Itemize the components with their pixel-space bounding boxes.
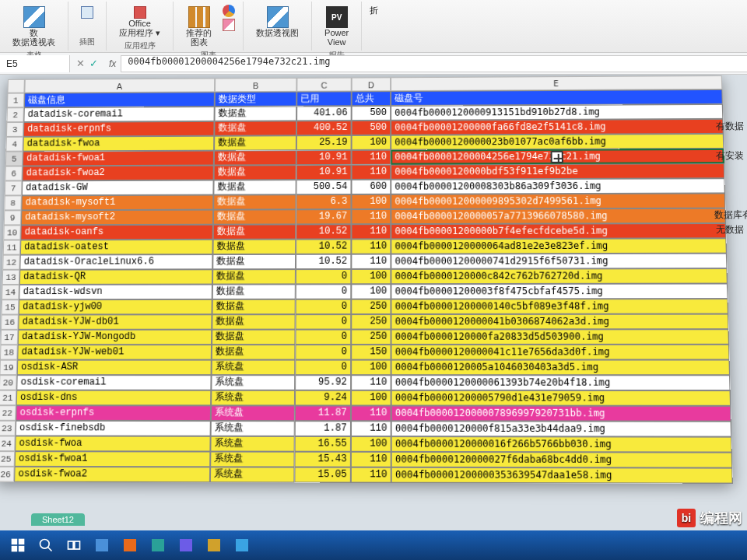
row-header[interactable]: 22 xyxy=(0,405,16,421)
worksheet-grid[interactable]: A B C D E 1 磁盘信息 数据类型 已用 总共 磁盘号 2datadis… xyxy=(0,75,733,484)
cell-e15[interactable]: 0004fb00001200000140c5bf089e3f48f.img xyxy=(391,299,728,314)
cell-e20[interactable]: 0004fb0000120000061393b74e20b4f18.img xyxy=(391,375,731,390)
cell-e26[interactable]: 0004fb00001200000353639547daa1e58.img xyxy=(391,467,733,484)
cell-e24[interactable]: 0004fb0000120000016f266b5766bb030.img xyxy=(391,436,732,453)
cell-b6[interactable]: 数据盘 xyxy=(214,165,296,180)
cell-c21[interactable]: 9.24 xyxy=(295,390,351,406)
cell-b18[interactable]: 数据盘 xyxy=(212,345,296,360)
taskbar-app-4[interactable] xyxy=(174,534,198,557)
cell-b21[interactable]: 系统盘 xyxy=(211,390,295,406)
cell-e7[interactable]: 0004fb00001200008303b86a309f3036.img xyxy=(391,178,725,194)
cell-e19[interactable]: 0004fb0000120005a1046030403a3d5.img xyxy=(391,360,730,376)
cell-d10[interactable]: 110 xyxy=(351,224,391,239)
row-header[interactable]: 3 xyxy=(6,122,23,137)
row-header[interactable]: 25 xyxy=(0,451,15,467)
cell-d11[interactable]: 110 xyxy=(351,239,391,254)
cell-d22[interactable]: 110 xyxy=(351,406,391,422)
cell-c6[interactable]: 10.91 xyxy=(296,165,352,180)
cell-a18[interactable]: datadisk-YJW-web01 xyxy=(17,345,212,360)
cell-b1[interactable]: 数据类型 xyxy=(215,92,297,107)
cell-b26[interactable]: 系统盘 xyxy=(210,467,295,482)
col-header-b[interactable]: B xyxy=(215,78,296,92)
cell-a12[interactable]: datadisk-OracleLinux6.6 xyxy=(19,254,212,270)
row-header[interactable]: 8 xyxy=(4,195,22,210)
cancel-fx-icon[interactable]: ✕ xyxy=(76,58,85,69)
pivot-chart-button[interactable]: 数据透视图 xyxy=(251,5,303,39)
taskbar-app-1[interactable] xyxy=(90,534,114,557)
cell-b12[interactable]: 数据盘 xyxy=(212,254,296,269)
sheet-tab[interactable]: Sheet12 xyxy=(31,513,85,526)
cell-e13[interactable]: 0004fb0000120000c842c762b762720d.img xyxy=(391,268,727,284)
cell-e9[interactable]: 0004fb0000120000057a7713966078580.img xyxy=(391,208,726,224)
cell-e4[interactable]: 0004fb0000120000023b01077ac0af6bb.img xyxy=(391,134,724,150)
cell-a24[interactable]: osdisk-fwoa xyxy=(15,436,210,451)
cell-a25[interactable]: osdisk-fwoa1 xyxy=(15,451,211,467)
cell-c11[interactable]: 10.52 xyxy=(296,239,351,254)
cell-c24[interactable]: 16.55 xyxy=(295,436,351,452)
cell-e1[interactable]: 磁盘号 xyxy=(391,89,723,106)
cell-a7[interactable]: datadisk-GW xyxy=(22,180,214,196)
cell-b16[interactable]: 数据盘 xyxy=(212,314,295,330)
cell-c8[interactable]: 6.3 xyxy=(296,194,351,209)
cell-c20[interactable]: 95.92 xyxy=(295,375,351,390)
cell-c2[interactable]: 401.06 xyxy=(296,106,352,121)
row-header[interactable]: 14 xyxy=(2,285,19,299)
row-header[interactable]: 9 xyxy=(4,210,22,225)
cell-a26[interactable]: osdisk-fwoa2 xyxy=(14,467,210,482)
cell-e11[interactable]: 0004fb0000120000064ad81e2e3e823ef.img xyxy=(391,238,727,254)
cell-c23[interactable]: 1.87 xyxy=(295,421,351,436)
pie-chart-icon[interactable] xyxy=(223,5,235,17)
cell-a22[interactable]: osdisk-erpnfs xyxy=(16,405,211,421)
cell-c9[interactable]: 19.67 xyxy=(296,209,351,224)
cell-d23[interactable]: 110 xyxy=(351,421,391,436)
cell-b24[interactable]: 系统盘 xyxy=(210,436,294,452)
taskbar-app-6[interactable] xyxy=(230,534,254,557)
row-header[interactable]: 13 xyxy=(2,270,20,285)
row-header[interactable]: 20 xyxy=(0,375,17,390)
cell-d1[interactable]: 总共 xyxy=(352,91,391,106)
recommended-charts-button[interactable]: 推荐的 图表 xyxy=(181,5,216,48)
row-header[interactable]: 2 xyxy=(6,107,23,122)
taskbar-app-3[interactable] xyxy=(146,534,170,557)
taskbar-app-5[interactable] xyxy=(202,534,226,557)
cell-c19[interactable]: 0 xyxy=(295,360,351,376)
row-header[interactable]: 5 xyxy=(5,152,23,166)
cell-d4[interactable]: 100 xyxy=(352,135,391,150)
cell-b13[interactable]: 数据盘 xyxy=(212,269,296,284)
cell-c14[interactable]: 0 xyxy=(296,284,352,299)
cell-a6[interactable]: datadisk-fwoa2 xyxy=(22,166,213,181)
formula-input[interactable]: 0004fb00001200004256e1794e732c21.img xyxy=(121,55,747,72)
cell-a4[interactable]: datadisk-fwoa xyxy=(23,136,214,152)
cell-a1[interactable]: 磁盘信息 xyxy=(24,92,215,107)
cell-a8[interactable]: datadisk-mysoft1 xyxy=(21,195,213,211)
row-header[interactable]: 26 xyxy=(0,467,15,482)
cell-b3[interactable]: 数据盘 xyxy=(214,121,296,135)
cell-b8[interactable]: 数据盘 xyxy=(213,194,296,209)
row-header[interactable]: 16 xyxy=(1,315,19,330)
cell-c26[interactable]: 15.05 xyxy=(294,467,351,483)
cell-a23[interactable]: osdisk-finebsdb xyxy=(16,421,211,436)
row-header[interactable]: 24 xyxy=(0,436,16,451)
cell-d25[interactable]: 110 xyxy=(351,452,391,467)
cell-c5[interactable]: 10.91 xyxy=(296,150,352,165)
cell-d5[interactable]: 110 xyxy=(352,150,391,165)
search-button[interactable] xyxy=(34,534,58,557)
cell-b7[interactable]: 数据盘 xyxy=(213,180,296,194)
cell-e18[interactable]: 0004fb0000120000041c11e7656da3d0f.img xyxy=(391,345,730,360)
cell-b23[interactable]: 系统盘 xyxy=(211,421,295,436)
cell-e23[interactable]: 0004fb0000120000f815a33e3b44daa9.img xyxy=(391,421,731,436)
cell-b5[interactable]: 数据盘 xyxy=(214,150,296,165)
col-header-a[interactable]: A xyxy=(24,79,215,93)
cell-e12[interactable]: 0004fb00001200000741d2915f6f50731.img xyxy=(391,254,727,269)
cell-b4[interactable]: 数据盘 xyxy=(214,135,296,150)
cell-d19[interactable]: 100 xyxy=(351,360,391,376)
cell-c3[interactable]: 400.52 xyxy=(296,121,352,135)
cell-d13[interactable]: 100 xyxy=(351,269,391,284)
cell-b25[interactable]: 系统盘 xyxy=(210,452,294,467)
cell-a14[interactable]: datadisk-wdsvn xyxy=(19,285,212,300)
row-header[interactable]: 12 xyxy=(2,255,20,270)
cell-b14[interactable]: 数据盘 xyxy=(212,284,296,299)
cell-b15[interactable]: 数据盘 xyxy=(212,299,296,315)
cell-e5[interactable]: 0004fb00001200004256e1794e732c21.img xyxy=(391,149,724,165)
cell-e10[interactable]: 0004fb00001200000b7f4efecfdcebe5d.img xyxy=(391,223,726,239)
